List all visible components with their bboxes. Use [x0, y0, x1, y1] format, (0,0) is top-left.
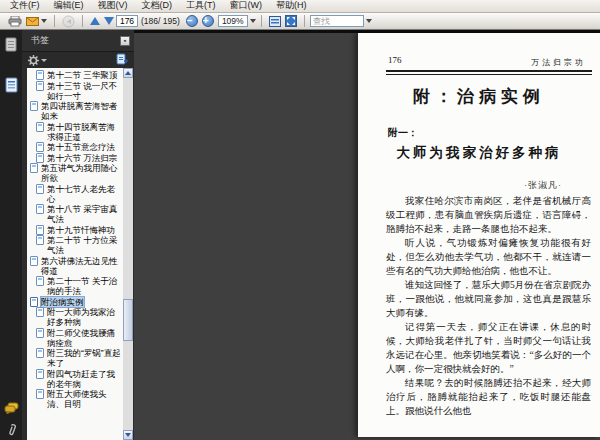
- printer-icon: [8, 16, 22, 27]
- comments-panel-tab[interactable]: [3, 398, 20, 417]
- page-display-button[interactable]: [269, 16, 281, 27]
- bookmark-item[interactable]: 第十四节脱离苦海求得正道: [29, 122, 124, 142]
- expand-bookmark-icon: [116, 53, 128, 65]
- bookmark-item[interactable]: 第十六节 万法归宗: [29, 153, 124, 163]
- bookmark-item[interactable]: 第二十节 十方位采气法: [29, 235, 124, 255]
- previous-page-button[interactable]: [90, 17, 100, 25]
- body-paragraph: 结果呢？去的时候胳膊还抬不起来，经大师治疗后，胳膊就能抬起来了，吃饭时腿还能盘上…: [386, 376, 591, 418]
- bookmark-label: 第十二节 三华聚顶: [47, 70, 117, 80]
- bookmark-page-icon: [30, 163, 38, 173]
- bookmark-label: 附一大师为我家治好多种病: [47, 307, 123, 327]
- menu-item[interactable]: 编辑(E): [47, 0, 91, 14]
- bookmark-label: 第五讲气为我用随心所欲: [41, 163, 123, 183]
- page-down-icon: [104, 17, 114, 25]
- bookmark-page-icon: [36, 348, 44, 358]
- bookmark-item[interactable]: 第四讲脱离苦海智者如来: [29, 101, 124, 121]
- bookmark-item[interactable]: 第六讲佛法无边见性得道: [29, 256, 124, 276]
- bookmark-label: 第十四节脱离苦海求得正道: [47, 122, 123, 142]
- menu-bar: 文件(F)编辑(E)视图(V)文档(D)工具(T)窗口(W)帮助(H): [0, 0, 600, 13]
- main-toolbar: (186/ 195) − + 109%: [0, 13, 600, 30]
- toolbar-separator: [304, 15, 305, 27]
- bookmark-page-icon: [36, 389, 44, 399]
- bookmark-item[interactable]: 第二十一节 关于治病的手法: [29, 276, 124, 296]
- bookmarks-icon: [5, 77, 19, 94]
- attachments-panel-tab[interactable]: [3, 421, 20, 440]
- bookmark-item[interactable]: 附治病实例: [29, 297, 124, 307]
- bookmarks-panel-tab[interactable]: [3, 76, 20, 95]
- zoom-dropdown-caret[interactable]: [250, 19, 256, 23]
- chapter-title: 附：治病实例: [358, 85, 600, 108]
- email-dropdown-caret[interactable]: [41, 19, 47, 23]
- menu-item[interactable]: 文档(D): [135, 0, 180, 14]
- menu-item[interactable]: 文件(F): [3, 0, 47, 14]
- pdf-page: 176 万法归宗功 附：治病实例 附一： 大师为我家治好多种病 ·张淑凡· 我家…: [358, 33, 600, 437]
- menu-item[interactable]: 窗口(W): [223, 0, 270, 14]
- email-button[interactable]: [26, 17, 47, 26]
- page-number-input[interactable]: [116, 15, 138, 27]
- menu-item[interactable]: 工具(T): [179, 0, 223, 14]
- bookmark-item[interactable]: 附一大师为我家治好多种病: [29, 307, 124, 327]
- toolbar-separator: [54, 15, 55, 27]
- zoom-out-button[interactable]: −: [186, 15, 198, 27]
- print-button[interactable]: [8, 16, 22, 27]
- bookmark-scrollbar[interactable]: [123, 68, 133, 440]
- search-dropdown-caret[interactable]: [366, 19, 372, 23]
- bookmark-page-icon: [36, 369, 44, 379]
- bookmark-label: 附四气功赶走了我的老年病: [47, 369, 123, 389]
- bookmark-label: 第六讲佛法无边见性得道: [41, 256, 123, 276]
- bookmark-page-icon: [36, 204, 44, 214]
- next-page-button[interactable]: [104, 17, 114, 25]
- bookmark-label: 第十五节意念疗法: [47, 142, 115, 152]
- bookmark-label: 附治病实例: [41, 297, 84, 307]
- pages-panel-tab[interactable]: [3, 35, 20, 54]
- bookmark-page-icon: [36, 122, 44, 132]
- menu-item[interactable]: 帮助(H): [269, 0, 314, 14]
- page-header-number: 176: [388, 55, 402, 65]
- search-input[interactable]: [310, 15, 364, 27]
- bookmark-item[interactable]: 第十七节人老先老心: [29, 184, 124, 204]
- options-caret-icon: [41, 59, 47, 62]
- bookmark-item[interactable]: 第十八节 采宇宙真气法: [29, 204, 124, 224]
- options-button[interactable]: [28, 55, 47, 66]
- expand-bookmark-button[interactable]: [116, 51, 128, 69]
- bookmark-page-icon: [30, 256, 38, 266]
- bookmark-page-icon: [36, 328, 44, 338]
- bookmark-label: 第十九节忏悔神功: [47, 225, 115, 235]
- scrollbar-thumb[interactable]: [123, 299, 133, 341]
- bookmark-item[interactable]: 第十三节 说一尺不如行一寸: [29, 81, 124, 101]
- body-paragraph: 谁知这回怪了，慧乐大师5月份在省京剧院办班，一跟他说，他就同意参加，这也真是跟慧…: [386, 278, 591, 320]
- bookmark-item[interactable]: 附三我的“罗锅”直起来了: [29, 348, 124, 368]
- navigation-tab-strip: [0, 30, 22, 440]
- bookmark-page-icon: [30, 297, 38, 307]
- paperclip-icon: [6, 423, 18, 438]
- section-title: 大师为我家治好多种病: [358, 144, 600, 162]
- app-area: 书签 ▪: [0, 30, 600, 440]
- header-rule-thin: [386, 74, 592, 75]
- bookmark-page-icon: [36, 184, 44, 194]
- bookmark-page-icon: [36, 276, 44, 286]
- scroll-down-button[interactable]: [123, 430, 133, 440]
- body-paragraph: 我家住哈尔滨市南岗区，老伴是省机械厅高级工程师，患有脑血管疾病后遗症，语言障碍，…: [386, 194, 591, 236]
- page-header-booktitle: 万法归宗功: [531, 57, 586, 68]
- zoom-in-button[interactable]: +: [202, 15, 214, 27]
- zoom-level-select[interactable]: 109%: [218, 15, 248, 27]
- bookmark-item[interactable]: 第五讲气为我用随心所欲: [29, 163, 124, 183]
- bookmark-item[interactable]: 第十五节意念疗法: [29, 142, 124, 152]
- fullscreen-button[interactable]: [285, 15, 297, 27]
- bookmark-label: 第二十节 十方位采气法: [47, 235, 123, 255]
- bookmark-item[interactable]: 第十二节 三华聚顶: [29, 70, 124, 80]
- bookmark-item[interactable]: 附二师父使我腰痛病痊愈: [29, 328, 124, 348]
- panel-menu-button[interactable]: ▪: [120, 36, 130, 46]
- bookmark-item[interactable]: 附五大师使我头清、目明: [29, 389, 124, 409]
- comments-icon: [4, 402, 19, 414]
- fullscreen-icon: [285, 15, 297, 27]
- scroll-down-icon: [125, 433, 131, 437]
- menu-item[interactable]: 视图(V): [91, 0, 135, 14]
- bookmark-label: 第十七节人老先老心: [47, 184, 123, 204]
- scroll-up-button[interactable]: [123, 68, 133, 78]
- bookmark-label: 第十三节 说一尺不如行一寸: [47, 81, 123, 101]
- appendix-label: 附一：: [388, 126, 418, 140]
- toolbar-separator: [82, 15, 83, 27]
- bookmark-item[interactable]: 第十九节忏悔神功: [29, 225, 124, 235]
- bookmark-item[interactable]: 附四气功赶走了我的老年病: [29, 369, 124, 389]
